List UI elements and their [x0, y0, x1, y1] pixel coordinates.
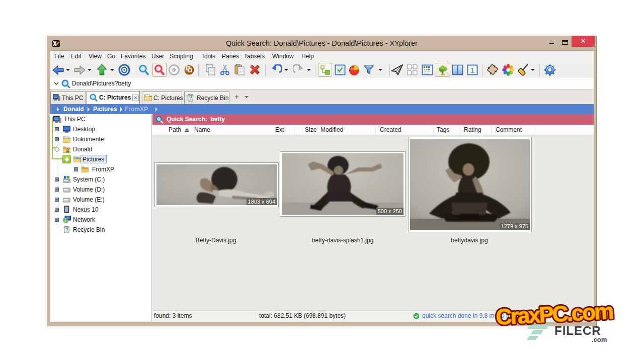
svg-text:FILECR: FILECR [554, 324, 601, 337]
svg-text:1: 1 [470, 66, 474, 74]
svg-text:.com: .com [592, 336, 607, 343]
